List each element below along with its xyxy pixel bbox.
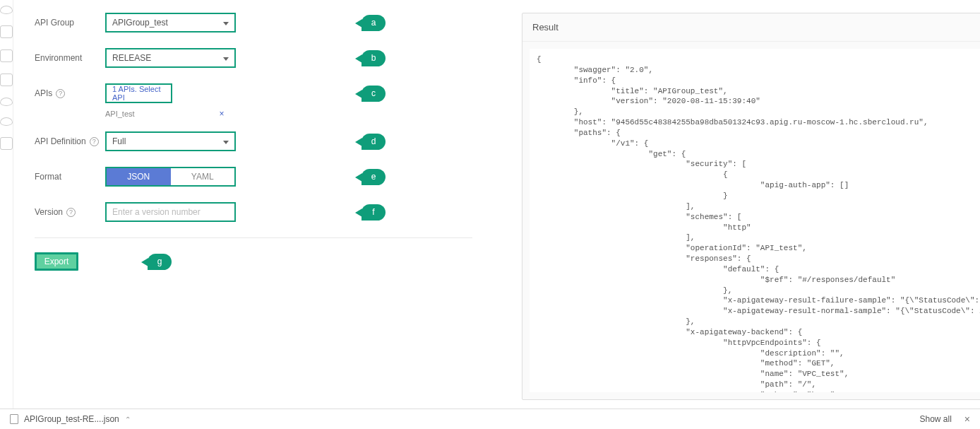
label-format: Format: [35, 172, 105, 182]
divider: [35, 237, 472, 238]
select-api-definition[interactable]: Full: [105, 131, 236, 151]
result-body[interactable]: { "swagger": "2.0", "info": { "title": "…: [530, 49, 980, 392]
result-panel: Result { "swagger": "2.0", "info": { "ti…: [522, 13, 980, 400]
label-apis: APIs ?: [35, 88, 105, 98]
format-json-button[interactable]: JSON: [107, 168, 171, 185]
sidebar-icon-2[interactable]: [0, 25, 13, 38]
badge-a: a: [361, 15, 386, 31]
select-api-definition-value: Full: [112, 136, 126, 146]
help-version-icon[interactable]: ?: [66, 208, 76, 217]
result-json: { "swagger": "2.0", "info": { "title": "…: [537, 54, 980, 392]
sidebar-icon-1[interactable]: [0, 6, 13, 14]
export-button[interactable]: Export: [35, 252, 78, 271]
select-api-group[interactable]: APIGroup_test: [105, 13, 236, 33]
api-chip-name: API_test: [105, 110, 135, 118]
select-api-link[interactable]: 1 APIs. Select API: [105, 83, 172, 103]
label-environment: Environment: [35, 53, 105, 63]
select-environment[interactable]: RELEASE: [105, 48, 236, 68]
sidebar-icon-4[interactable]: [0, 74, 13, 86]
select-api-group-value: APIGroup_test: [112, 18, 168, 28]
label-api-definition: API Definition ?: [35, 136, 105, 146]
badge-e: e: [361, 169, 386, 185]
api-chip: API_test ×: [105, 109, 501, 119]
form-column: API Group APIGroup_test a Environment RE…: [35, 13, 501, 400]
select-environment-value: RELEASE: [112, 53, 151, 63]
sidebar: [0, 0, 13, 409]
label-api-group: API Group: [35, 18, 105, 28]
badge-b: b: [361, 50, 386, 66]
result-title: Result: [522, 13, 980, 42]
help-apis-icon[interactable]: ?: [56, 89, 65, 98]
format-toggle: JSON YAML: [105, 167, 236, 187]
label-version: Version ?: [35, 207, 105, 217]
format-yaml-button[interactable]: YAML: [171, 168, 235, 185]
badge-c: c: [361, 86, 386, 102]
help-api-definition-icon[interactable]: ?: [90, 137, 99, 146]
badge-g: g: [148, 254, 172, 270]
sidebar-icon-7[interactable]: [0, 137, 13, 150]
badge-d: d: [361, 134, 386, 150]
api-chip-remove-icon[interactable]: ×: [220, 109, 225, 119]
sidebar-icon-3[interactable]: [0, 49, 13, 62]
badge-f: f: [361, 204, 386, 221]
version-input[interactable]: [105, 202, 236, 222]
sidebar-icon-5[interactable]: [0, 98, 13, 106]
sidebar-icon-6[interactable]: [0, 117, 13, 126]
